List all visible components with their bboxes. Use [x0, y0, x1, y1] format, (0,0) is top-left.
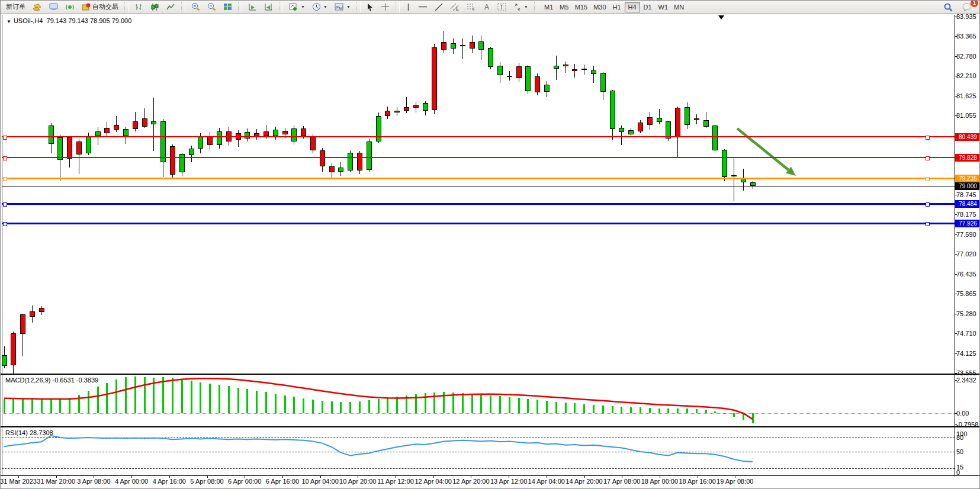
candle — [151, 121, 156, 124]
search-button[interactable] — [940, 1, 956, 12]
timeframe-m1[interactable]: M1 — [541, 2, 557, 12]
price-line-badge: 78.484 — [955, 200, 980, 208]
auto-scroll-button[interactable] — [245, 1, 260, 12]
price-line-handle[interactable] — [926, 136, 930, 140]
chart-shift-button[interactable] — [261, 1, 276, 12]
macd-histogram-bar — [396, 397, 398, 413]
price-line-handle[interactable] — [926, 177, 930, 181]
price-tick-label: 73.555 — [956, 369, 976, 377]
add-indicator-button[interactable]: ▼ — [286, 1, 308, 12]
macd-histogram-bar — [88, 391, 89, 413]
price-line-badge: 79.235 — [955, 175, 980, 182]
timeframe-d1[interactable]: D1 — [640, 2, 656, 12]
price-line[interactable] — [2, 223, 955, 224]
line-chart-button[interactable] — [163, 1, 178, 12]
terminal-icon — [49, 3, 59, 11]
price-line-handle[interactable] — [3, 177, 7, 181]
timeframe-m15[interactable]: M15 — [572, 2, 590, 12]
timeframe-h4[interactable]: H4 — [625, 2, 640, 12]
template-button[interactable]: ▼ — [332, 1, 354, 12]
price-line-handle[interactable] — [926, 222, 930, 226]
signals-button[interactable] — [63, 1, 78, 12]
price-line-handle[interactable] — [3, 222, 7, 226]
crosshair-button[interactable] — [378, 1, 393, 12]
timeframe-h1[interactable]: H1 — [609, 2, 625, 12]
zoom-in-button[interactable] — [188, 1, 203, 12]
bar-chart-icon — [134, 3, 143, 11]
macd-histogram-bar — [59, 399, 61, 413]
add-indicator-icon — [289, 3, 298, 11]
terminal-button[interactable] — [46, 1, 62, 12]
macd-panel-divider[interactable] — [1, 374, 980, 375]
candle — [348, 153, 353, 171]
candle — [591, 70, 596, 74]
price-line[interactable] — [2, 136, 955, 137]
timeframe-m30[interactable]: M30 — [590, 2, 609, 12]
trendline-icon — [435, 3, 443, 11]
horizontal-line-button[interactable] — [415, 1, 430, 12]
macd-histogram-bar — [340, 402, 342, 413]
price-tick-label: 77.020 — [956, 250, 976, 258]
fibonacci-button[interactable]: F — [464, 1, 479, 12]
chart-shift-marker[interactable] — [718, 15, 724, 20]
toolbar-separator — [181, 2, 185, 12]
candlestick-chart-button[interactable] — [147, 1, 162, 12]
candle — [657, 118, 662, 122]
vertical-line-button[interactable] — [403, 1, 414, 12]
candle — [11, 333, 16, 366]
downtrend-arrow-line[interactable] — [737, 128, 789, 170]
price-line[interactable] — [2, 186, 955, 186]
macd-histogram-bar — [480, 394, 482, 413]
macd-histogram-bar — [658, 408, 660, 413]
price-line[interactable] — [2, 203, 955, 205]
candle — [610, 91, 615, 128]
price-line-handle[interactable] — [3, 156, 7, 160]
toolbar: 新订单 自动交易 — [1, 1, 980, 14]
chart-area[interactable]: ▼USOil-,H4 79.143 79.143 78.905 79.000 M… — [1, 14, 980, 489]
notifications-button[interactable]: 1 — [959, 1, 975, 12]
price-line-handle[interactable] — [3, 136, 7, 140]
rsi-panel-divider[interactable] — [1, 426, 980, 427]
candle — [20, 314, 25, 333]
candle — [376, 116, 381, 142]
arrows-button[interactable]: ▼ — [510, 1, 531, 12]
macd-axis-label: 0.00 — [956, 410, 969, 417]
text-label-button[interactable]: T — [494, 1, 509, 12]
candle — [39, 308, 44, 312]
macd-histogram-bar — [246, 389, 248, 413]
price-line-handle[interactable] — [926, 156, 930, 160]
timeframe-m5[interactable]: M5 — [557, 2, 572, 12]
macd-histogram-bar — [649, 408, 651, 413]
trendline-button[interactable] — [432, 1, 446, 12]
zoom-in-icon — [191, 2, 200, 11]
price-line-handle[interactable] — [926, 202, 930, 207]
crosshair-icon — [381, 2, 390, 11]
new-order-button[interactable]: 新订单 — [3, 1, 28, 12]
macd-histogram-bar — [256, 391, 258, 413]
price-line[interactable] — [2, 157, 955, 158]
gold-order-button[interactable] — [30, 1, 45, 12]
tile-windows-button[interactable] — [220, 1, 235, 12]
zoom-out-button[interactable] — [204, 1, 219, 12]
text-label-icon: T — [497, 3, 506, 11]
bar-chart-button[interactable] — [131, 1, 146, 12]
equidistant-channel-button[interactable]: E — [447, 1, 462, 12]
cursor-button[interactable] — [364, 1, 377, 12]
period-button[interactable]: ▼ — [309, 1, 330, 12]
price-line[interactable] — [2, 178, 955, 179]
timeframe-mn[interactable]: MN — [671, 2, 687, 12]
macd-histogram-bar — [12, 398, 14, 413]
candle — [67, 137, 72, 159]
price-line-handle[interactable] — [3, 202, 7, 207]
timeframe-w1[interactable]: W1 — [656, 2, 671, 12]
price-tick-label: 76.435 — [956, 271, 976, 278]
macd-histogram-bar — [743, 413, 744, 420]
candle — [357, 153, 362, 171]
plot-left-border — [2, 15, 2, 477]
macd-histogram-bar — [733, 413, 735, 417]
text-button[interactable]: A — [480, 1, 493, 12]
autotrade-button[interactable]: 自动交易 — [79, 1, 121, 12]
downtrend-arrow-head[interactable] — [786, 166, 796, 176]
macd-histogram-bar — [686, 408, 688, 413]
rsi-value: 28.7308 — [30, 429, 53, 436]
